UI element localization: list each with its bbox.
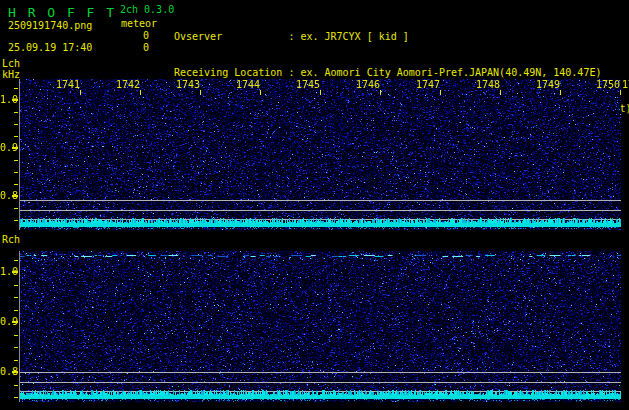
minute-tick — [200, 90, 201, 95]
rch-minor-tick — [14, 297, 18, 298]
rch-spectrogram-canvas — [20, 251, 621, 402]
app-version: 2ch 0.3.0 — [120, 5, 174, 15]
minute-tick — [440, 90, 441, 95]
lch-minor-tick — [14, 172, 18, 173]
lch-minor-tick — [14, 208, 18, 209]
time-label: 1747 — [416, 80, 440, 90]
rch-minor-tick — [14, 397, 18, 398]
lch-minor-tick — [14, 112, 18, 113]
time-label: 1748 — [476, 80, 500, 90]
rch-minor-tick — [14, 360, 18, 361]
minute-tick — [500, 90, 501, 95]
lch-axis-line — [19, 79, 20, 230]
minute-tick — [80, 90, 81, 95]
time-label: 1742 — [116, 80, 140, 90]
timestamp: 25.09.19 17:40 — [8, 43, 92, 53]
time-label: 1743 — [176, 80, 200, 90]
minute-tick — [320, 90, 321, 95]
freq-unit-label: kHz — [2, 70, 20, 80]
rch-major-tick — [12, 321, 18, 323]
lch-minor-tick — [14, 160, 18, 161]
output-filename: 2509191740.png — [8, 21, 92, 31]
app-title: H R O F F T — [8, 6, 116, 19]
location-line: Receiving Location : ex. Aomori City Aom… — [174, 67, 629, 79]
lch-minor-tick — [14, 184, 18, 185]
lch-minor-tick — [14, 220, 18, 221]
time-label-partial: 1751 — [622, 80, 629, 90]
rch-minor-tick — [14, 310, 18, 311]
lch-minor-tick — [14, 136, 18, 137]
lch-minor-tick — [14, 88, 18, 89]
time-label: 1745 — [296, 80, 320, 90]
minute-tick — [620, 90, 621, 95]
lch-major-tick — [12, 147, 18, 149]
rch-minor-tick — [14, 285, 18, 286]
minute-tick — [380, 90, 381, 95]
lch-spectrogram-canvas — [20, 79, 621, 230]
minute-tick — [560, 90, 561, 95]
lch-minor-tick — [14, 124, 18, 125]
rch-major-tick — [12, 371, 18, 373]
mode-label: meteor — [121, 19, 157, 29]
minute-tick — [260, 90, 261, 95]
time-label: 1749 — [536, 80, 560, 90]
observer-line: Ovserver : ex. JR7CYX [ kid ] — [174, 31, 629, 43]
rch-minor-tick — [14, 385, 18, 386]
rch-panel-label: Rch — [2, 235, 20, 245]
lch-panel-label: Lch — [2, 59, 20, 69]
hrofft-window: H R O F F T 2ch 0.3.0 2509191740.png met… — [0, 0, 629, 410]
lch-major-tick — [12, 195, 18, 197]
meteor-count: 0 — [143, 31, 149, 41]
time-label: 1750 — [596, 80, 620, 90]
long-echo-count: 0 — [143, 43, 149, 53]
rch-minor-tick — [14, 260, 18, 261]
time-label: 1746 — [356, 80, 380, 90]
rch-axis-line — [19, 251, 20, 402]
lch-major-tick — [12, 99, 18, 101]
minute-tick — [140, 90, 141, 95]
rch-minor-tick — [14, 335, 18, 336]
time-label: 1744 — [236, 80, 260, 90]
rch-minor-tick — [14, 347, 18, 348]
time-label: 1741 — [56, 80, 80, 90]
rch-major-tick — [12, 271, 18, 273]
